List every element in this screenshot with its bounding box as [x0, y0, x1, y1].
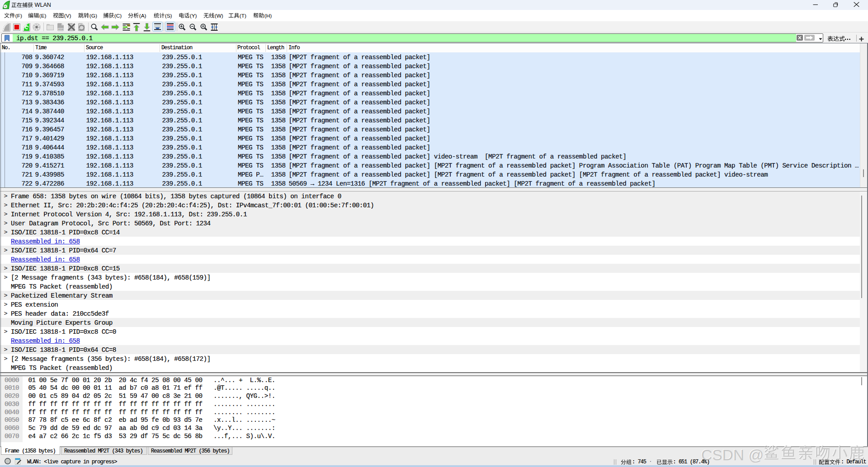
svg-text:010: 010: [58, 28, 63, 31]
